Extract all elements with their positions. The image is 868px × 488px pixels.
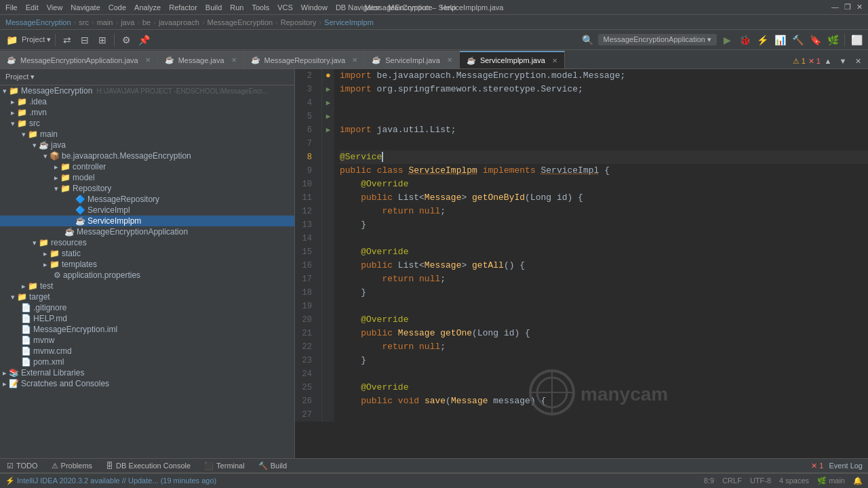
profiler-button[interactable]: 📊: [772, 33, 787, 47]
tree-item-target[interactable]: ▾ 📁 target: [0, 291, 294, 302]
menu-build[interactable]: Build: [205, 3, 222, 12]
tab-serviceimplpm[interactable]: ☕ ServiceImplpm.java ✕: [460, 51, 565, 68]
menu-refactor[interactable]: Refactor: [169, 3, 197, 12]
navigate-up-icon[interactable]: ▲: [821, 54, 835, 68]
tree-item-app[interactable]: ☕ MessageEncryptionApplication: [0, 226, 294, 237]
sync-icon[interactable]: ⇄: [60, 33, 75, 47]
close-button[interactable]: ✕: [856, 3, 863, 12]
menu-vcs[interactable]: VCS: [277, 3, 293, 12]
tree-item-templates[interactable]: ▸ 📁 templates: [0, 259, 294, 270]
code-lines[interactable]: import be.javaaproach.MessageEncryption.…: [334, 69, 868, 422]
project-label[interactable]: Project ▾: [22, 35, 51, 44]
expand-icon[interactable]: ⊞: [95, 33, 110, 47]
maximize-button[interactable]: ❐: [844, 3, 851, 12]
search-icon[interactable]: 🔍: [580, 33, 595, 47]
git-button[interactable]: 🌿: [825, 33, 840, 47]
tree-item-appprops[interactable]: ⚙ application.properties: [0, 270, 294, 281]
bookmark-button[interactable]: 🔖: [808, 33, 823, 47]
close-tab-icon[interactable]: ✕: [145, 56, 151, 64]
menu-tools[interactable]: Tools: [252, 3, 269, 12]
tab-terminal[interactable]: ⬛ Terminal: [197, 459, 252, 472]
run-button[interactable]: ▶: [719, 33, 734, 47]
tree-item-help[interactable]: 📄 HELP.md: [0, 313, 294, 324]
indent[interactable]: 4 spaces: [779, 476, 809, 485]
tab-build[interactable]: 🔨 Build: [252, 459, 294, 472]
close-tab-icon[interactable]: ✕: [552, 57, 557, 64]
tab-problems[interactable]: ⚠ Problems: [45, 459, 99, 472]
breadcrumb-part[interactable]: src: [79, 18, 89, 26]
menu-file[interactable]: File: [5, 3, 18, 12]
terminal-button[interactable]: ⬜: [849, 33, 864, 47]
tree-item-repository[interactable]: ▾ 📁 Repository: [0, 183, 294, 194]
menu-edit[interactable]: Edit: [26, 3, 39, 12]
debug-button[interactable]: 🐞: [737, 33, 752, 47]
tree-item-root[interactable]: ▾ 📁 MessageEncryption H:\JAVA\JAVA PROJE…: [0, 85, 294, 96]
run-gutter-icon3[interactable]: ▶: [322, 110, 334, 123]
run-config[interactable]: MessageEncryptionApplication ▾: [598, 34, 717, 45]
tree-item-mvnw[interactable]: 📄 mvnw: [0, 335, 294, 346]
menu-navigate[interactable]: Navigate: [71, 3, 100, 12]
window-controls[interactable]: — ❐ ✕: [831, 3, 863, 12]
collapse-icon[interactable]: ⊟: [77, 33, 92, 47]
tree-item-gitignore[interactable]: 📄 .gitignore: [0, 302, 294, 313]
tree-item-main[interactable]: ▾ 📁 main: [0, 129, 294, 140]
menu-view[interactable]: View: [47, 3, 63, 12]
event-log-label[interactable]: Event Log: [829, 462, 863, 470]
tree-item-messagerepository[interactable]: 🔷 MessageRepository: [0, 194, 294, 205]
breadcrumb-part[interactable]: MessageEncryption: [5, 18, 71, 26]
tree-item-test[interactable]: ▸ 📁 test: [0, 281, 294, 291]
tree-item-mvn[interactable]: ▸ 📁 .mvn: [0, 107, 294, 118]
tree-item-iml[interactable]: 📄 MessageEncryption.iml: [0, 324, 294, 335]
menu-run[interactable]: Run: [230, 3, 243, 12]
tree-item-idea[interactable]: ▸ 📁 .idea: [0, 96, 294, 107]
tree-item-src[interactable]: ▾ 📁 src: [0, 118, 294, 129]
tab-messageencryptionapplication[interactable]: ☕ MessageEncryptionApplication.java ✕: [0, 51, 158, 68]
tab-messagerepository[interactable]: ☕ MessageRepository.java ✕: [244, 51, 366, 68]
tree-item-scratches[interactable]: ▸ 📝 Scratches and Consoles: [0, 378, 294, 389]
build-button[interactable]: 🔨: [790, 33, 805, 47]
close-tab-icon[interactable]: ✕: [447, 56, 452, 64]
breadcrumb-part[interactable]: main: [97, 18, 113, 26]
tree-item-serviceimplpm[interactable]: ☕ ServiceImplpm: [0, 216, 294, 226]
tree-item-mvnwcmd[interactable]: 📄 mvnw.cmd: [0, 346, 294, 357]
tree-item-model[interactable]: ▸ 📁 model: [0, 172, 294, 183]
breadcrumb-part[interactable]: be: [142, 18, 151, 26]
minimize-button[interactable]: —: [831, 3, 839, 12]
breadcrumb-part[interactable]: java: [121, 18, 134, 26]
menu-window[interactable]: Window: [301, 3, 328, 12]
run-gutter-icon4[interactable]: ▶: [322, 123, 334, 137]
tree-item-static[interactable]: ▸ 📁 static: [0, 248, 294, 259]
coverage-button[interactable]: ⚡: [755, 33, 770, 47]
code-line-8[interactable]: @Service: [340, 150, 868, 164]
tree-item-external-libs[interactable]: ▸ 📚 External Libraries: [0, 367, 294, 378]
breadcrumb-part[interactable]: MessageEncryption: [208, 18, 273, 26]
tree-item-java[interactable]: ▾ ☕ java: [0, 140, 294, 150]
tree-item-pom[interactable]: 📄 pom.xml: [0, 357, 294, 367]
settings-icon[interactable]: ⚙: [119, 33, 134, 47]
tab-serviceimpl[interactable]: ☕ ServiceImpl.java ✕: [365, 51, 460, 68]
breadcrumb-part[interactable]: javaaproach: [159, 18, 199, 26]
breadcrumb-part[interactable]: Repository: [281, 18, 317, 26]
pin-icon[interactable]: 📌: [136, 33, 151, 47]
run-gutter-icon2[interactable]: ▶: [322, 96, 334, 110]
run-gutter-icon[interactable]: ▶: [322, 83, 334, 96]
vcs-branch[interactable]: 🌿 main: [817, 476, 845, 485]
tab-message[interactable]: ☕ Message.java ✕: [158, 51, 244, 68]
tab-db-console[interactable]: 🗄 DB Execution Console: [99, 459, 197, 472]
tree-item-package[interactable]: ▾ 📦 be.javaaproach.MessageEncryption: [0, 150, 294, 161]
menu-analyze[interactable]: Analyze: [134, 3, 161, 12]
code-editor[interactable]: 2 3 4 5 6 7 8 9 10 11 12 13 14 15 16 17: [295, 69, 868, 458]
close-tab-icon[interactable]: ✕: [231, 56, 237, 64]
tab-todo[interactable]: ☑ TODO: [0, 459, 45, 472]
tree-item-controller[interactable]: ▸ 📁 controller: [0, 161, 294, 172]
close-editor-icon[interactable]: ✕: [850, 54, 865, 68]
menu-code[interactable]: Code: [108, 3, 126, 12]
line-separator[interactable]: CRLF: [722, 476, 742, 485]
tree-item-resources[interactable]: ▾ 📁 resources: [0, 237, 294, 248]
navigate-down-icon[interactable]: ▼: [835, 54, 850, 68]
close-tab-icon[interactable]: ✕: [352, 56, 357, 64]
intellij-update-msg[interactable]: ⚡ IntelliJ IDEA 2020.3.2 available // Up…: [5, 476, 216, 485]
encoding[interactable]: UTF-8: [750, 476, 771, 485]
tree-item-serviceimpl[interactable]: 🔷 ServiceImpl: [0, 205, 294, 216]
notifications-icon[interactable]: 🔔: [853, 476, 863, 485]
